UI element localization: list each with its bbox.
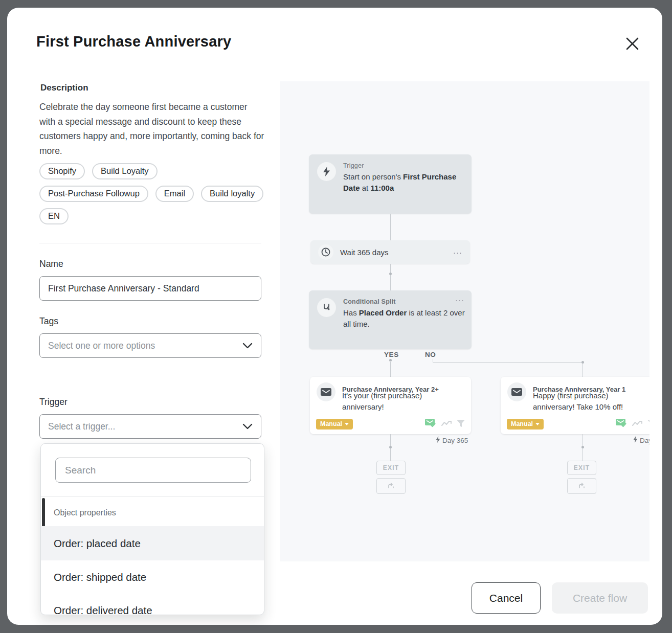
day-annotation: Day — [633, 436, 649, 444]
node-type-label: Conditional Split — [343, 298, 472, 305]
caret-down-icon — [345, 423, 349, 425]
connector-line — [583, 364, 583, 377]
trigger-label: Trigger — [39, 397, 68, 408]
connector-dot — [581, 446, 584, 448]
create-flow-button[interactable]: Create flow — [552, 582, 648, 614]
text-segment: Has — [343, 308, 359, 317]
node-menu-button[interactable]: ··· — [455, 296, 464, 304]
close-button[interactable] — [621, 33, 643, 56]
branch-action-button[interactable] — [376, 478, 406, 494]
tag-chip-list: Shopify Build Loyalty Post-Purchase Foll… — [39, 163, 264, 224]
connector-dot — [389, 359, 392, 361]
description-label: Description — [40, 83, 88, 93]
day-annotation-text: Day 365 — [442, 437, 468, 444]
connector-dot — [389, 446, 392, 448]
dropdown-group-label: Object properties — [54, 508, 116, 517]
tag-chip: Shopify — [39, 163, 85, 179]
branch-icon — [578, 482, 586, 491]
lightning-icon — [317, 162, 336, 181]
node-menu-button[interactable]: ··· — [453, 248, 462, 257]
connector-line — [433, 362, 583, 363]
email-node-subject: It's your (first purchase) anniversary! — [342, 390, 460, 412]
tag-chip: EN — [39, 208, 69, 224]
dropdown-divider — [41, 496, 264, 497]
trigger-dropdown: Object properties Order: placed date Ord… — [40, 443, 264, 615]
chevron-down-icon — [242, 341, 253, 351]
lightning-small-icon — [633, 436, 638, 444]
tags-select[interactable]: Select one or more options — [39, 333, 261, 358]
tag-chip: Post-Purchase Followup — [39, 186, 148, 202]
badge-label: Manual — [511, 420, 533, 427]
description-text: Celebrate the day someone first became a… — [39, 100, 264, 158]
text-segment-bold: 11:00a — [370, 184, 394, 192]
branch-yes-label: YES — [384, 351, 399, 358]
day-annotation: Day 365 — [436, 436, 468, 444]
flow-email-node-year2[interactable]: Purchase Anniversary, Year 2+ It's your … — [310, 377, 471, 434]
close-icon — [625, 37, 639, 53]
manual-status-badge[interactable]: Manual — [507, 419, 544, 429]
filter-icon — [647, 420, 649, 429]
text-segment: Start on person's — [343, 172, 403, 181]
name-field[interactable] — [39, 276, 261, 301]
name-label: Name — [39, 259, 63, 269]
tag-chip: Email — [155, 186, 194, 202]
search-input[interactable] — [55, 458, 251, 483]
exit-node: EXIT — [376, 461, 406, 475]
tag-chip: Build Loyalty — [92, 163, 158, 179]
manual-status-badge[interactable]: Manual — [316, 419, 353, 429]
email-sent-icon — [425, 419, 436, 429]
screen: First Purchase Anniversary Description C… — [0, 0, 672, 633]
flow-conditional-split-node[interactable]: Conditional Split Has Placed Order is at… — [309, 290, 472, 349]
tags-label: Tags — [39, 316, 58, 327]
lightning-small-icon — [436, 436, 440, 444]
dropdown-option-order-shipped-date[interactable]: Order: shipped date — [41, 560, 264, 594]
cancel-button[interactable]: Cancel — [472, 582, 541, 614]
badge-label: Manual — [320, 420, 342, 427]
flow-preview-canvas: Trigger Start on person's First Purchase… — [280, 81, 649, 561]
tag-chip: Build loyalty — [201, 186, 263, 202]
dropdown-option-order-placed-date[interactable]: Order: placed date — [41, 526, 264, 560]
clock-icon — [318, 244, 333, 260]
trigger-select[interactable]: Select a trigger... — [39, 414, 261, 439]
email-sent-icon — [616, 419, 627, 429]
caret-down-icon — [535, 423, 540, 425]
trigger-select-placeholder: Select a trigger... — [48, 421, 115, 432]
branch-icon — [387, 482, 395, 491]
email-node-subject: Happy (first purchase) anniversary! Take… — [533, 390, 649, 412]
connector-line — [390, 214, 391, 240]
node-type-label: Trigger — [343, 162, 472, 169]
connector-line — [390, 264, 391, 290]
flow-email-node-year1[interactable]: Purchase Anniversary, Year 1 Happy (firs… — [501, 377, 649, 434]
text-segment: at — [360, 184, 371, 192]
trigger-node-text: Start on person's First Purchase Date at… — [343, 171, 472, 193]
tags-select-placeholder: Select one or more options — [48, 341, 155, 351]
connector-line — [390, 362, 391, 377]
chevron-down-icon — [242, 421, 253, 432]
filter-icon — [457, 420, 465, 429]
text-segment-bold: Placed Order — [359, 308, 407, 317]
analytics-icon — [632, 420, 642, 429]
connector-dot — [389, 273, 392, 275]
dropdown-option-order-delivered-date[interactable]: Order: delivered date — [41, 594, 264, 615]
section-divider — [39, 243, 261, 243]
email-icon — [507, 382, 526, 401]
flow-wait-node[interactable]: Wait 365 days ··· — [310, 240, 470, 264]
analytics-icon — [441, 420, 452, 429]
branch-no-label: NO — [425, 351, 436, 358]
flow-trigger-node[interactable]: Trigger Start on person's First Purchase… — [309, 154, 472, 214]
split-icon — [317, 298, 336, 317]
branch-action-button[interactable] — [567, 478, 596, 494]
page-title: First Purchase Anniversary — [36, 33, 231, 50]
split-node-text: Has Placed Order is at least 2 over all … — [343, 307, 472, 329]
day-annotation-text: Day — [640, 437, 649, 444]
create-flow-modal: First Purchase Anniversary Description C… — [7, 8, 662, 625]
exit-node: EXIT — [567, 461, 596, 475]
email-icon — [317, 382, 335, 401]
wait-node-label: Wait 365 days — [340, 248, 389, 257]
